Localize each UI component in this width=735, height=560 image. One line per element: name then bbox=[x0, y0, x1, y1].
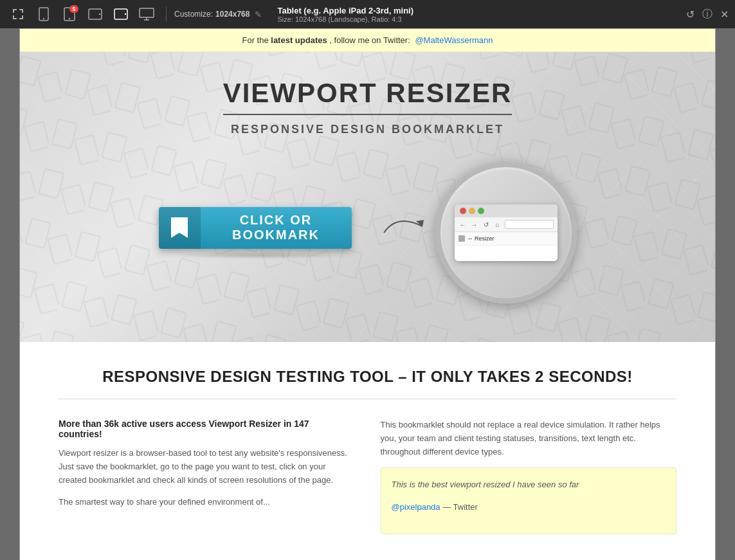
cta-container: CLICK OR BOOKMARK bbox=[159, 207, 352, 259]
back-btn: ← bbox=[458, 220, 467, 229]
browser-content-area bbox=[455, 246, 558, 261]
svg-point-7 bbox=[125, 14, 126, 15]
twitter-link[interactable]: @MalteWassermann bbox=[415, 35, 493, 45]
browser-mockup-circle: ← → ↺ ⌂ ↔ Resizer bbox=[435, 162, 577, 303]
device-name: Tablet (e.g. Apple iPad 2-3rd, mini) bbox=[277, 6, 413, 15]
svg-point-3 bbox=[69, 18, 70, 19]
desktop-icon[interactable] bbox=[135, 3, 158, 26]
tablet-landscape-active-icon[interactable] bbox=[109, 3, 132, 26]
phone-portrait-icon[interactable] bbox=[32, 3, 55, 26]
customize-size: 1024x768 bbox=[215, 10, 250, 19]
svg-rect-8 bbox=[140, 8, 154, 17]
testimonial-box: This is the best viewport resized I have… bbox=[381, 467, 677, 534]
arrow-area bbox=[377, 207, 435, 258]
forward-btn: → bbox=[470, 220, 479, 229]
testimonial-text: This is the best viewport resized I have… bbox=[392, 478, 666, 492]
announcement-text-before: For the bbox=[242, 35, 271, 45]
bookmark-icon bbox=[171, 217, 188, 238]
left-p1: Viewport resizer is a browser-based tool… bbox=[59, 447, 355, 487]
left-p2: The smartest way to share your defined e… bbox=[59, 496, 355, 509]
right-p1: This bookmarklet should not replace a re… bbox=[381, 419, 677, 458]
device-info: Tablet (e.g. Apple iPad 2-3rd, mini) Siz… bbox=[277, 6, 413, 23]
browser-window: For the latest updates , follow me on Tw… bbox=[19, 28, 716, 560]
button-shadow bbox=[172, 251, 339, 259]
info-icon[interactable]: ⓘ bbox=[702, 8, 712, 21]
arrow-mockup-container: ← → ↺ ⌂ ↔ Resizer bbox=[377, 162, 577, 303]
dot-yellow bbox=[469, 208, 475, 214]
hero-subtitle: RESPONSIVE DESIGN BOOKMARKLET bbox=[33, 123, 702, 136]
edit-icon[interactable]: ✎ bbox=[255, 10, 262, 19]
close-icon[interactable]: ✕ bbox=[720, 8, 729, 21]
cta-button[interactable]: CLICK OR BOOKMARK bbox=[159, 207, 352, 249]
expand-icon[interactable] bbox=[6, 3, 30, 26]
content-left: More than 36k active users access Viewpo… bbox=[59, 419, 355, 534]
customize-button[interactable]: Customize: 1024x768 ✎ bbox=[174, 10, 262, 19]
toolbar-right: ↺ ⓘ ✕ bbox=[686, 8, 729, 21]
browser-mini: ← → ↺ ⌂ ↔ Resizer bbox=[455, 204, 558, 261]
reload-btn: ↺ bbox=[482, 220, 491, 229]
divider bbox=[166, 6, 167, 22]
url-bar bbox=[505, 220, 554, 229]
customize-label: Customize: bbox=[174, 10, 213, 19]
content-section: RESPONSIVE DESIGN TESTING TOOL – IT ONLY… bbox=[20, 342, 715, 560]
curved-arrow-svg bbox=[377, 207, 435, 258]
announcement-text-after: , follow me on Twitter: bbox=[329, 35, 410, 45]
device-size: Size: 1024x768 (Landscape), Ratio: 4:3 bbox=[277, 15, 413, 23]
tablet-landscape-icon[interactable] bbox=[84, 3, 107, 26]
browser-titlebar bbox=[455, 204, 558, 217]
badge-count: 5 bbox=[69, 5, 78, 13]
testimonial-dash: — bbox=[442, 502, 453, 512]
dot-red bbox=[460, 208, 466, 214]
bookmark-favicon bbox=[458, 235, 465, 242]
content-title: RESPONSIVE DESIGN TESTING TOOL – IT ONLY… bbox=[59, 368, 676, 386]
hero-title: VIEWPORT RESIZER bbox=[223, 78, 513, 115]
tablet-portrait-icon[interactable]: 5 bbox=[58, 3, 81, 26]
svg-point-5 bbox=[99, 14, 100, 15]
content-divider bbox=[59, 399, 676, 399]
content-right: This bookmarklet should not replace a re… bbox=[381, 419, 677, 534]
bookmarks-bar: ↔ Resizer bbox=[455, 232, 558, 246]
left-heading: More than 36k active users access Viewpo… bbox=[59, 419, 355, 439]
hero-content: CLICK OR BOOKMARK bbox=[33, 162, 702, 303]
refresh-icon[interactable]: ↺ bbox=[686, 8, 694, 21]
svg-point-1 bbox=[43, 18, 44, 19]
testimonial-author: @pixelpanda — Twitter bbox=[392, 501, 666, 514]
home-btn: ⌂ bbox=[493, 220, 502, 229]
announcement-bold: latest updates bbox=[271, 35, 327, 45]
toolbar: 5 Customize: 1024x768 ✎ Tablet (e.g. App… bbox=[0, 0, 735, 28]
testimonial-platform: Twitter bbox=[453, 502, 478, 512]
content-columns: More than 36k active users access Viewpo… bbox=[59, 419, 676, 534]
browser-toolbar: ← → ↺ ⌂ bbox=[455, 217, 558, 232]
announcement-bar: For the latest updates , follow me on Tw… bbox=[20, 29, 715, 52]
testimonial-link[interactable]: @pixelpanda bbox=[392, 502, 440, 512]
cta-icon bbox=[159, 207, 201, 249]
bookmark-label: ↔ Resizer bbox=[467, 235, 495, 242]
cta-label: CLICK OR BOOKMARK bbox=[201, 213, 352, 242]
hero-section: VIEWPORT RESIZER RESPONSIVE DESIGN BOOKM… bbox=[20, 52, 715, 342]
dot-green bbox=[478, 208, 484, 214]
